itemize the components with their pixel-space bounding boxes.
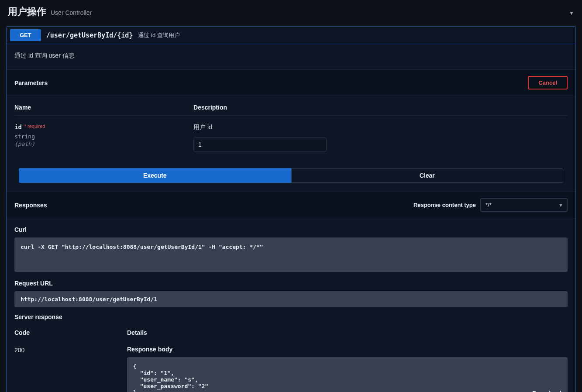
server-response-title: Server response <box>14 313 568 320</box>
content-type-select[interactable]: */* <box>480 198 568 212</box>
operation-description: 通过 id 查询 user 信息 <box>7 44 575 70</box>
parameter-input-id[interactable] <box>193 138 327 151</box>
operation-block: GET /user/getUserById/{id} 通过 id 查询用户 通过… <box>6 26 576 392</box>
response-body-block: { "id": "1", "user_name": "s", "user_pas… <box>127 357 568 392</box>
clear-button[interactable]: Clear <box>291 168 564 183</box>
parameters-header: Parameters Cancel <box>7 70 575 96</box>
column-header-details: Details <box>127 329 568 336</box>
curl-code-block: curl -X GET "http://localhost:8088/user/… <box>14 237 568 272</box>
content-type-label: Response content type <box>413 202 476 208</box>
parameters-table: Name Description id * required string (p… <box>7 96 575 168</box>
response-body-text: { "id": "1", "user_name": "s", "user_pas… <box>133 363 208 392</box>
column-header-name: Name <box>14 104 193 111</box>
column-header-description: Description <box>193 104 568 111</box>
parameters-title: Parameters <box>14 79 48 86</box>
operation-short-description: 通过 id 查询用户 <box>138 31 179 39</box>
response-body-title: Response body <box>127 346 568 353</box>
http-method-badge: GET <box>10 29 41 41</box>
server-response-row: 200 Response body { "id": "1", "user_nam… <box>14 342 568 392</box>
request-url-block: http://localhost:8088/user/getUserById/1 <box>14 291 568 307</box>
tag-title: 用户操作 <box>8 5 46 18</box>
request-url-title: Request URL <box>14 280 568 287</box>
parameter-name: id <box>14 124 22 131</box>
download-button[interactable]: Download <box>532 390 561 392</box>
parameter-type: string <box>14 133 193 140</box>
required-marker: * required <box>24 124 45 129</box>
response-status-code: 200 <box>14 346 127 392</box>
operation-path: /user/getUserById/{id} <box>46 31 133 39</box>
parameter-in: (path) <box>14 141 193 147</box>
chevron-down-icon: ▼ <box>569 10 574 16</box>
operation-summary[interactable]: GET /user/getUserById/{id} 通过 id 查询用户 <box>7 27 575 44</box>
column-header-code: Code <box>14 329 127 336</box>
parameter-description: 用户 id <box>193 124 568 131</box>
parameter-row: id * required string (path) 用户 id <box>14 116 568 159</box>
responses-header: Responses Response content type */* ▼ <box>7 192 575 218</box>
responses-title: Responses <box>14 202 47 209</box>
tag-subtitle: User Controller <box>51 9 92 16</box>
curl-title: Curl <box>14 226 568 233</box>
cancel-button[interactable]: Cancel <box>528 76 568 89</box>
tag-header[interactable]: 用户操作 User Controller ▼ <box>0 0 582 26</box>
execute-button[interactable]: Execute <box>19 168 291 183</box>
